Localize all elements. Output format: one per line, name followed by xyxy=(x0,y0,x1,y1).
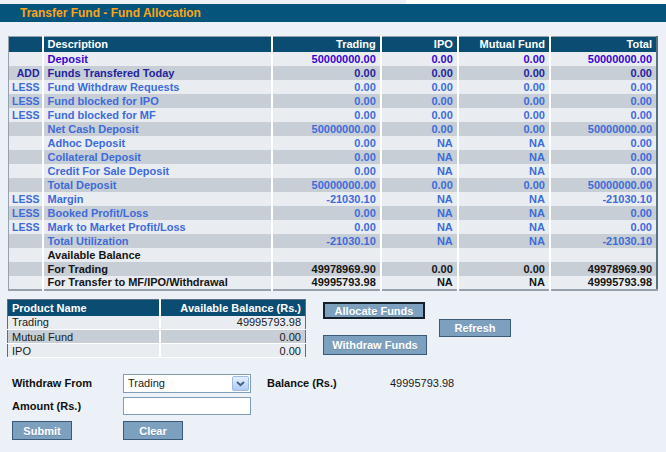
cell-value: NA xyxy=(458,206,550,220)
row-prefix xyxy=(9,262,43,276)
cell-value: NA xyxy=(381,192,458,206)
row-prefix: LESS xyxy=(9,80,43,94)
allocation-column-header xyxy=(9,37,43,52)
cell-value: 0.00 xyxy=(272,108,381,122)
table-row: For Transfer to MF/IPO/Withdrawal4999579… xyxy=(9,276,658,290)
cell-value: -21030.10 xyxy=(550,234,657,248)
row-prefix xyxy=(9,248,43,262)
product-column-header: Product Name xyxy=(8,300,160,316)
cell-value: NA xyxy=(381,136,458,150)
table-row: LESSFund Withdraw Requests0.000.000.000.… xyxy=(9,80,658,94)
row-prefix: ADD xyxy=(9,66,43,80)
cell-value: 49978969.90 xyxy=(272,262,381,276)
row-prefix xyxy=(9,150,43,164)
cell-value: NA xyxy=(458,234,550,248)
cell-value: 50000000.00 xyxy=(272,178,381,192)
row-description: Booked Profit/Loss xyxy=(43,206,272,220)
product-name: IPO xyxy=(8,344,160,358)
cell-value: 0.00 xyxy=(458,108,550,122)
allocation-column-header: Total xyxy=(550,37,657,52)
cell-value: 0.00 xyxy=(458,52,550,66)
cell-value: 50000000.00 xyxy=(550,122,657,136)
row-description: For Transfer to MF/IPO/Withdrawal xyxy=(43,276,272,290)
row-prefix: LESS xyxy=(9,220,43,234)
row-description: Adhoc Deposit xyxy=(43,136,272,150)
refresh-button[interactable]: Refresh xyxy=(439,319,511,337)
cell-value: 0.00 xyxy=(381,122,458,136)
cell-value: 49995793.98 xyxy=(550,276,657,290)
cell-value: 0.00 xyxy=(381,80,458,94)
withdraw-from-label: Withdraw From xyxy=(12,377,92,389)
cell-value: 0.00 xyxy=(272,164,381,178)
cell-value: 0.00 xyxy=(550,66,657,80)
row-prefix xyxy=(9,136,43,150)
table-row: Total Utilization-21030.10NANA-21030.10 xyxy=(9,234,658,248)
cell-value: NA xyxy=(458,150,550,164)
cell-value: 0.00 xyxy=(381,178,458,192)
cell-value: 0.00 xyxy=(458,94,550,108)
table-row: Collateral Deposit0.00NANA0.00 xyxy=(9,150,658,164)
row-prefix xyxy=(9,178,43,192)
product-balance-table: Product NameAvailable Balance (Rs.) Trad… xyxy=(7,299,305,358)
cell-value: NA xyxy=(381,234,458,248)
amount-input[interactable] xyxy=(123,397,251,415)
fund-allocation-page: { "page": { "title": "Transfer Fund - Fu… xyxy=(0,0,666,452)
row-description: Total Deposit xyxy=(43,178,272,192)
table-row: LESSMargin-21030.10NANA-21030.10 xyxy=(9,192,658,206)
cell-value: -21030.10 xyxy=(272,192,381,206)
cell-value: 0.00 xyxy=(458,80,550,94)
submit-button[interactable]: Submit xyxy=(12,421,72,440)
product-name: Trading xyxy=(8,316,160,330)
cell-value: 50000000.00 xyxy=(272,52,381,66)
cell-value: 0.00 xyxy=(550,206,657,220)
cell-value xyxy=(272,248,381,262)
balance-value: 49995793.98 xyxy=(390,377,454,389)
cell-value: NA xyxy=(458,276,550,290)
product-row: Mutual Fund0.00 xyxy=(8,330,306,344)
cell-value: 0.00 xyxy=(550,94,657,108)
cell-value: 0.00 xyxy=(550,80,657,94)
row-prefix xyxy=(9,52,43,66)
cell-value: NA xyxy=(381,150,458,164)
product-name: Mutual Fund xyxy=(8,330,160,344)
table-row: LESSFund blocked for MF0.000.000.000.00 xyxy=(9,108,658,122)
chevron-down-icon[interactable] xyxy=(232,376,249,391)
cell-value: 0.00 xyxy=(272,66,381,80)
cell-value: 0.00 xyxy=(381,94,458,108)
row-description: Credit For Sale Deposit xyxy=(43,164,272,178)
cell-value: 0.00 xyxy=(381,52,458,66)
fund-allocation-table: DescriptionTradingIPOMutual FundTotal De… xyxy=(8,36,658,291)
amount-label: Amount (Rs.) xyxy=(12,400,81,412)
cell-value: NA xyxy=(381,164,458,178)
product-row: IPO0.00 xyxy=(8,344,306,358)
cell-value: -21030.10 xyxy=(550,192,657,206)
cell-value: 50000000.00 xyxy=(550,178,657,192)
row-description: Fund blocked for IPO xyxy=(43,94,272,108)
table-row: LESSFund blocked for IPO0.000.000.000.00 xyxy=(9,94,658,108)
row-prefix: LESS xyxy=(9,206,43,220)
cell-value: 0.00 xyxy=(458,66,550,80)
row-prefix: LESS xyxy=(9,192,43,206)
cell-value: 0.00 xyxy=(550,164,657,178)
table-row: Available Balance xyxy=(9,248,658,262)
cell-value: 0.00 xyxy=(381,108,458,122)
cell-value: -21030.10 xyxy=(272,234,381,248)
row-description: Deposit xyxy=(43,52,272,66)
row-description: Net Cash Deposit xyxy=(43,122,272,136)
cell-value: 50000000.00 xyxy=(272,122,381,136)
cell-value: 0.00 xyxy=(272,80,381,94)
allocation-column-header: Trading xyxy=(272,37,381,52)
allocation-column-header: Mutual Fund xyxy=(458,37,550,52)
allocation-column-header: IPO xyxy=(381,37,458,52)
cell-value: 0.00 xyxy=(550,220,657,234)
cell-value: 0.00 xyxy=(272,220,381,234)
cell-value: NA xyxy=(458,164,550,178)
withdraw-from-select[interactable]: Trading xyxy=(123,374,251,393)
product-column-header: Available Balance (Rs.) xyxy=(160,300,306,316)
withdraw-funds-button[interactable]: Withdraw Funds xyxy=(323,335,427,355)
product-header-row: Product NameAvailable Balance (Rs.) xyxy=(8,300,306,316)
clear-button[interactable]: Clear xyxy=(123,421,183,440)
cell-value: 0.00 xyxy=(458,262,550,276)
cell-value: NA xyxy=(458,136,550,150)
allocate-funds-button[interactable]: Allocate Funds xyxy=(323,302,425,319)
